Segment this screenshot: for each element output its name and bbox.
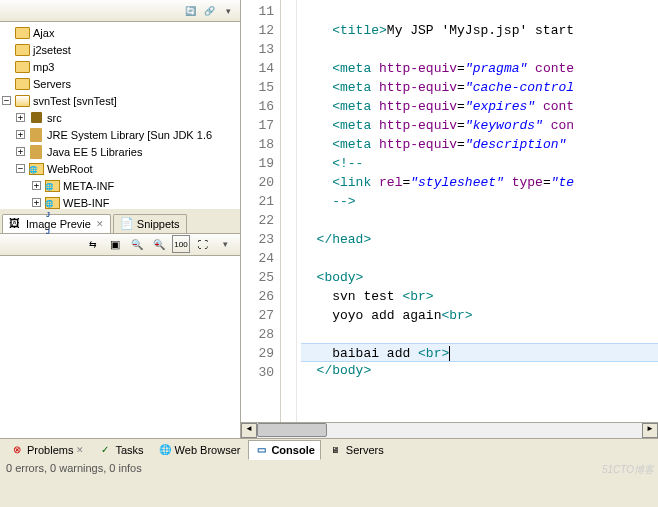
tab-label: Tasks [115,444,143,456]
close-icon[interactable]: ✕ [76,445,84,455]
zoom-100-icon[interactable]: 100 [172,235,190,253]
tree-item[interactable]: +JRE System Library [Sun JDK 1.6 [0,126,240,143]
code-line[interactable]: </head> [301,230,658,249]
bottom-view-tabs: ⊗Problems ✕✓TasksWeb BrowserConsoleServe… [0,438,658,460]
nav-icon[interactable] [84,235,102,253]
tab-label: Snippets [137,218,180,230]
expand-icon[interactable]: + [16,130,25,139]
tree-label: Ajax [33,27,54,39]
folder-icon [14,77,30,91]
zoom-in-icon[interactable] [150,235,168,253]
code-line[interactable]: <title>My JSP 'MyJsp.jsp' start [301,21,658,40]
scroll-right-icon[interactable]: ► [642,423,658,438]
code-line[interactable] [301,249,658,268]
view-menu-icon[interactable] [220,3,236,19]
link-editor-icon[interactable] [201,3,217,19]
code-line[interactable]: <meta http-equiv="expires" cont [301,97,658,116]
zoom-out-icon[interactable] [128,235,146,253]
horizontal-scrollbar[interactable]: ◄ ► [241,422,658,438]
tree-label: Servers [33,78,71,90]
code-line[interactable] [301,40,658,59]
tab-label: Image Previe [26,218,91,230]
scrollbar-thumb[interactable] [257,423,327,437]
tree-item[interactable]: j2setest [0,41,240,58]
status-bar: 0 errors, 0 warnings, 0 infos [0,460,658,478]
package-explorer-tree[interactable]: Ajaxj2setestmp3Servers−svnTest [svnTest]… [0,22,240,209]
tree-label: META-INF [63,180,114,192]
code-area[interactable]: <title>My JSP 'MyJsp.jsp' start <meta ht… [297,0,658,422]
code-line[interactable]: yoyo add again<br> [301,306,658,325]
tab-snippets[interactable]: 📄Snippets [113,214,187,233]
webfolder-icon [44,179,60,193]
tree-label: mp3 [33,61,54,73]
collapse-icon[interactable]: − [2,96,11,105]
tree-label: Java EE 5 Libraries [47,146,142,158]
code-line[interactable]: baibai add <br> [301,343,658,362]
expand-icon[interactable]: + [16,113,25,122]
code-line[interactable]: <meta http-equiv="description" [301,135,658,154]
tree-item[interactable]: Servers [0,75,240,92]
expand-icon[interactable]: + [16,147,25,156]
tree-item[interactable]: +WEB-INF [0,194,240,209]
line-number: 22 [241,211,274,230]
expand-icon[interactable]: + [32,181,41,190]
code-editor[interactable]: 1112131415161718192021222324252627282930… [241,0,658,422]
tab-problems[interactable]: ⊗Problems ✕ [4,440,90,460]
view-menu-icon[interactable] [216,235,234,253]
line-number: 18 [241,135,274,154]
collapse-icon[interactable]: − [16,164,25,173]
tree-item[interactable]: +src [0,109,240,126]
line-number: 27 [241,306,274,325]
tab-console[interactable]: Console [248,440,320,460]
crop-icon[interactable]: ▣ [106,235,124,253]
tree-label: src [47,112,62,124]
collapse-all-icon[interactable] [182,3,198,19]
line-number: 17 [241,116,274,135]
tab-tasks[interactable]: ✓Tasks [92,440,149,460]
tree-item[interactable]: −svnTest [svnTest] [0,92,240,109]
console-icon [254,443,268,457]
scroll-left-icon[interactable]: ◄ [241,423,257,438]
folder-icon [14,60,30,74]
tab-label: Web Browser [175,444,241,456]
webfolder-icon [44,196,60,209]
code-line[interactable]: <body> [301,268,658,287]
code-line[interactable] [301,325,658,344]
close-icon[interactable]: ✕ [96,219,104,229]
expand-icon[interactable]: + [32,198,41,207]
tree-item[interactable]: +Java EE 5 Libraries [0,143,240,160]
code-line[interactable]: </body> [301,361,658,380]
image-preview-area [0,256,240,439]
tree-label: WEB-INF [63,197,109,209]
webfolder-icon [28,162,44,176]
code-line[interactable] [301,2,658,21]
code-line[interactable]: <link rel="stylesheet" type="te [301,173,658,192]
tree-label: JRE System Library [Sun JDK 1.6 [47,129,212,141]
tab-label: Problems [27,444,73,456]
code-line[interactable]: --> [301,192,658,211]
line-number: 24 [241,249,274,268]
tree-item[interactable]: mp3 [0,58,240,75]
line-number: 14 [241,59,274,78]
code-line[interactable] [301,211,658,230]
tree-item[interactable]: Ajax [0,24,240,41]
scrollbar-track[interactable] [257,423,642,438]
tab-web-browser[interactable]: Web Browser [152,440,247,460]
code-line[interactable]: <meta http-equiv="keywords" con [301,116,658,135]
code-line[interactable]: svn test <br> [301,287,658,306]
line-number: 21 [241,192,274,211]
editor-panel: 1112131415161718192021222324252627282930… [241,0,658,438]
zoom-fit-icon[interactable] [194,235,212,253]
line-number-gutter: 1112131415161718192021222324252627282930 [241,0,281,422]
tree-item[interactable]: +META-INF [0,177,240,194]
code-line[interactable]: <meta http-equiv="pragma" conte [301,59,658,78]
tab-servers[interactable]: Servers [323,440,390,460]
folder-icon [14,43,30,57]
tree-item[interactable]: −WebRoot [0,160,240,177]
problems-icon: ⊗ [10,443,24,457]
code-line[interactable]: <meta http-equiv="cache-control [301,78,658,97]
folder-open-icon [14,94,30,108]
tree-label: WebRoot [47,163,93,175]
code-line[interactable]: <!-- [301,154,658,173]
tab-image-preview[interactable]: 🖼Image Previe✕ [2,214,111,233]
